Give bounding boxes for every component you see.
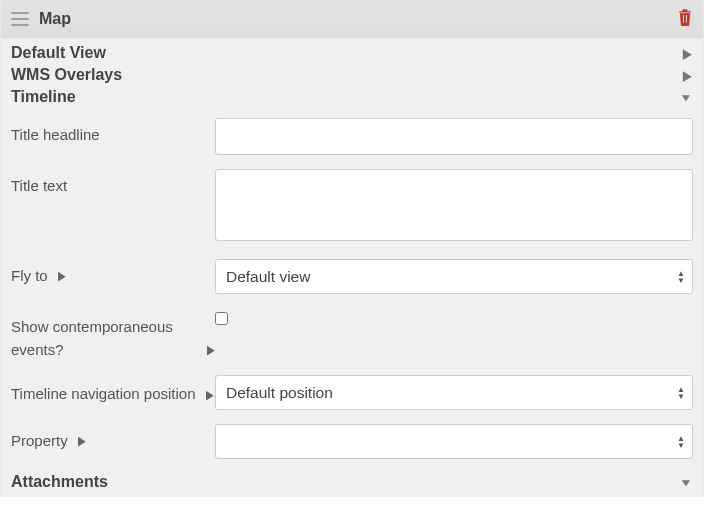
map-panel: Map Default View ▶ WMS Overlays ▶ Timeli… <box>0 0 704 497</box>
timeline-form: Title headline Title text Fly to ▶ Defau… <box>1 108 703 471</box>
label-title-text: Title text <box>11 169 215 194</box>
chevron-down-icon: ▼ <box>679 477 693 488</box>
chevron-right-icon: ▶ <box>683 67 691 83</box>
row-fly-to: Fly to ▶ Default view ▲▼ <box>11 259 693 294</box>
chevron-down-icon: ▼ <box>679 92 693 103</box>
drag-handle-icon[interactable] <box>11 12 29 26</box>
label-show-contemporaneous: Show contemporaneous events? ▶ <box>11 308 215 361</box>
section-attachments[interactable]: Attachments ▼ <box>1 471 703 497</box>
label-title-headline: Title headline <box>11 118 215 143</box>
row-property: Property ▶ ▲▼ <box>11 424 693 459</box>
row-title-headline: Title headline <box>11 118 693 155</box>
timeline-nav-select[interactable]: Default position <box>215 375 693 410</box>
chevron-right-icon: ▶ <box>207 340 215 360</box>
title-headline-input[interactable] <box>215 118 693 155</box>
trash-icon <box>677 8 693 26</box>
chevron-right-icon: ▶ <box>78 433 86 447</box>
property-select[interactable] <box>215 424 693 459</box>
row-title-text: Title text <box>11 169 693 245</box>
section-timeline[interactable]: Timeline ▼ <box>1 86 703 108</box>
row-show-contemporaneous: Show contemporaneous events? ▶ <box>11 308 693 361</box>
panel-title: Map <box>39 10 677 28</box>
chevron-right-icon: ▶ <box>683 45 691 61</box>
delete-button[interactable] <box>677 8 693 30</box>
chevron-right-icon: ▶ <box>206 384 214 404</box>
title-text-input[interactable] <box>215 169 693 241</box>
panel-titlebar: Map <box>1 0 703 38</box>
section-wms-overlays[interactable]: WMS Overlays ▶ <box>1 64 703 86</box>
row-timeline-nav: Timeline navigation position ▶ Default p… <box>11 375 693 410</box>
section-default-view[interactable]: Default View ▶ <box>1 38 703 64</box>
chevron-right-icon: ▶ <box>58 268 66 282</box>
label-property: Property ▶ <box>11 424 215 449</box>
fly-to-select[interactable]: Default view <box>215 259 693 294</box>
label-fly-to: Fly to ▶ <box>11 259 215 284</box>
show-contemporaneous-checkbox[interactable] <box>215 312 228 325</box>
label-timeline-nav: Timeline navigation position ▶ <box>11 375 215 406</box>
